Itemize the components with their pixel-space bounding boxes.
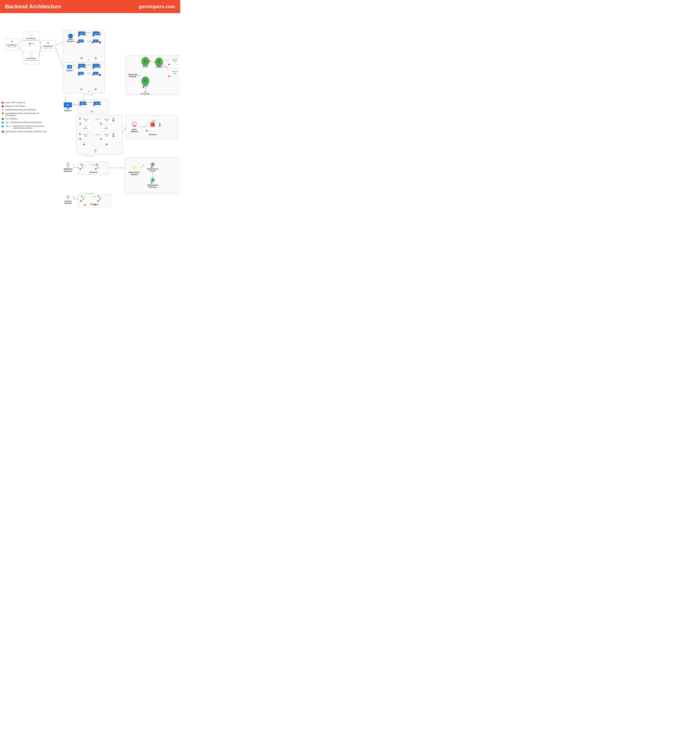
site-label: gevelopers.com: [139, 4, 175, 9]
svg-text:Load Balancer: Load Balancer: [43, 45, 53, 47]
svg-text:+: +: [93, 35, 94, 37]
svg-point-242: [73, 196, 75, 198]
svg-point-59: [81, 57, 82, 59]
legend-text-4: Load Balancing Policy (Least Number Of C…: [5, 112, 48, 116]
svg-line-24: [39, 40, 41, 44]
svg-text:Backend: Backend: [64, 202, 72, 204]
svg-text:Rabbitmq: Rabbitmq: [64, 168, 72, 170]
svg-text:✦: ✦: [11, 40, 13, 44]
svg-text:API: API: [85, 120, 87, 122]
configdb-icon: 🗄: [155, 58, 163, 66]
svg-point-256: [84, 204, 86, 206]
svg-text:ElasticSearch: ElasticSearch: [147, 184, 158, 186]
svg-text:(With Authorisation Server): (With Authorisation Server): [24, 40, 38, 41]
svg-point-189: [95, 151, 96, 153]
legend-dot-pink: [2, 102, 4, 104]
page-header: Backend Architecture gevelopers.com: [0, 0, 180, 13]
svg-point-134: [73, 103, 75, 105]
svg-point-35: [85, 34, 86, 36]
svg-text:🗄: 🗄: [144, 60, 147, 63]
svg-line-207: [122, 127, 125, 134]
svg-text:+: +: [151, 167, 152, 168]
svg-text:Module 2: Module 2: [83, 134, 89, 135]
svg-text:Backend: Backend: [64, 110, 72, 111]
legend-item-6: 🐳 ≡ Deployed over docker/ cloud instance: [2, 121, 48, 124]
svg-text:API: API: [81, 102, 84, 104]
svg-text:1 to n: 1 to n: [87, 32, 91, 33]
svg-point-212: [73, 164, 75, 166]
load-balancer-node: ✦ Load Balancer (HAProxy / ELB): [5, 39, 19, 50]
svg-text:🗄: 🗄: [158, 60, 161, 63]
svg-text:+: +: [80, 168, 81, 169]
svg-text:Backend: Backend: [131, 131, 138, 133]
mongos-top-icon: 🗄: [142, 57, 149, 66]
svg-text:Vernemq: Vernemq: [64, 200, 72, 202]
svg-text:API: API: [85, 136, 87, 137]
admin-backend-label: Admin: [68, 38, 73, 40]
svg-text:V: V: [99, 196, 102, 201]
svg-point-91: [95, 88, 97, 90]
api-backend-section: API API Backend: [64, 102, 72, 111]
svg-text:+: +: [81, 200, 81, 202]
svg-text:⬡: ⬡: [30, 33, 33, 38]
svg-text:API Gateway: API Gateway: [27, 58, 36, 59]
svg-point-99: [149, 60, 151, 61]
main-content: Python, PHP & Node JS Angular JS, PHP, R…: [0, 13, 180, 211]
svg-text:Shard: Shard: [173, 73, 177, 74]
legend-text-8: Performance / Health monitoring ( Isomet…: [5, 130, 48, 135]
svg-point-90: [81, 88, 82, 90]
svg-text:Backend: Backend: [131, 174, 138, 175]
svg-point-41: [99, 34, 101, 36]
svg-text:Shard: Shard: [173, 61, 177, 62]
legend-text-1: Python, PHP & Node JS: [5, 102, 25, 103]
svg-point-30: [73, 33, 75, 35]
svg-text:ElasticSearch: ElasticSearch: [129, 171, 140, 173]
svg-point-61: [88, 59, 90, 61]
svg-text:Redis: Redis: [132, 128, 137, 130]
svg-text:V: V: [82, 196, 85, 201]
svg-point-15: [30, 46, 30, 47]
svg-line-25: [39, 46, 41, 56]
legend-text-6: Deployed over docker/ cloud instance: [11, 121, 42, 123]
svg-text:1 to n: 1 to n: [31, 43, 35, 44]
website-label: Website: [66, 70, 73, 72]
svg-point-222: [81, 164, 82, 165]
svg-text:◈: ◈: [133, 124, 136, 127]
svg-point-163: [113, 120, 114, 121]
svg-text:+: +: [101, 123, 102, 124]
svg-text:Load Balancer: Load Balancer: [7, 44, 17, 46]
svg-point-255: [98, 196, 99, 197]
svg-point-188: [106, 144, 108, 145]
svg-line-27: [55, 47, 64, 69]
svg-text:API: API: [106, 136, 108, 137]
svg-text:+: +: [80, 105, 80, 106]
svg-text:API: API: [95, 33, 97, 34]
load-balancer-2: ✦ Load Balancer (HAProxy / ELB): [41, 40, 55, 52]
svg-text:API: API: [95, 65, 97, 67]
svg-point-145: [100, 104, 101, 105]
svg-point-92: [88, 91, 90, 92]
svg-text:Enterprise: Enterprise: [148, 186, 157, 188]
svg-text:L4: L4: [91, 110, 93, 113]
legend-item-4: Load Balancing Policy (Least Number Of C…: [2, 112, 48, 116]
svg-text:1 to n: 1 to n: [96, 134, 99, 135]
svg-point-201: [159, 125, 161, 126]
api-gateway-top: ⬡ API Gateway (With Authorisation Server…: [23, 32, 39, 47]
svg-point-200: [159, 123, 161, 124]
svg-point-64: [73, 65, 75, 66]
legend-icon-group-6: 🐳 ≡: [2, 121, 9, 124]
svg-point-144: [100, 102, 101, 103]
svg-text:L7: L7: [94, 149, 97, 151]
legend-item-7: 🐳 ≡ ⟷ Deployed over docker/ cloud instan…: [2, 125, 48, 129]
svg-text:API: API: [106, 120, 108, 122]
svg-point-183: [113, 133, 114, 135]
svg-point-12: [29, 43, 30, 44]
legend-dot-cyan: [2, 125, 4, 127]
svg-point-138: [86, 102, 87, 103]
svg-text:✦: ✦: [47, 41, 50, 45]
svg-text:Module 1: Module 1: [83, 119, 89, 120]
svg-point-68: [85, 66, 86, 68]
svg-text:MongoDB: MongoDB: [172, 59, 178, 60]
legend-item-8: ✚ Performance / Health monitoring ( Isom…: [2, 130, 48, 135]
svg-text:Mongo Atlas: Mongo Atlas: [141, 93, 150, 95]
